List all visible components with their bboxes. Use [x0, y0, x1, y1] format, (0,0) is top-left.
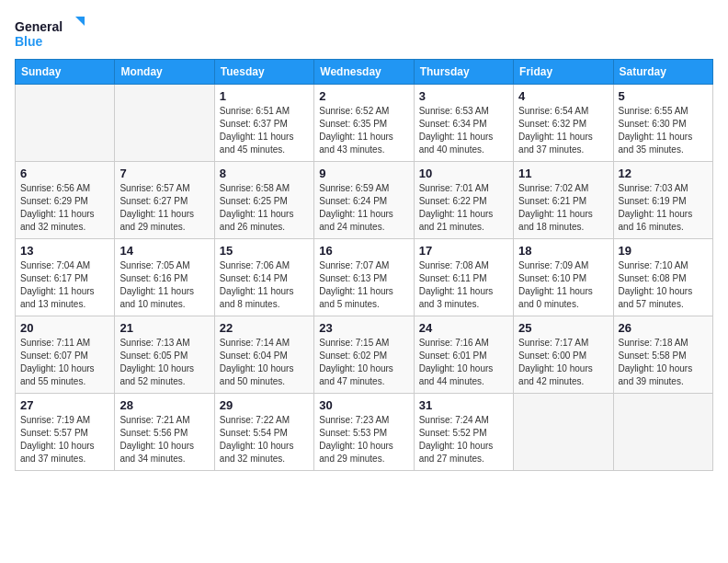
calendar-cell: 24Sunrise: 7:16 AMSunset: 6:01 PMDayligh… [414, 316, 513, 394]
day-number: 12 [619, 167, 708, 180]
calendar-cell: 6Sunrise: 6:56 AMSunset: 6:29 PMDaylight… [16, 162, 115, 239]
calendar-header: SundayMondayTuesdayWednesdayThursdayFrid… [16, 60, 713, 85]
day-info: Sunrise: 6:59 AMSunset: 6:24 PMDaylight:… [319, 182, 408, 234]
day-info: Sunrise: 7:08 AMSunset: 6:11 PMDaylight:… [419, 259, 508, 311]
svg-text:General: General [15, 19, 63, 34]
day-info: Sunrise: 7:14 AMSunset: 6:04 PMDaylight:… [220, 337, 309, 388]
day-info: Sunrise: 7:09 AMSunset: 6:10 PMDaylight:… [518, 259, 608, 311]
calendar-cell: 30Sunrise: 7:23 AMSunset: 5:53 PMDayligh… [314, 394, 414, 471]
day-info: Sunrise: 7:21 AMSunset: 5:56 PMDaylight:… [119, 414, 209, 465]
calendar-cell: 16Sunrise: 7:07 AMSunset: 6:13 PMDayligh… [314, 239, 414, 316]
day-number: 14 [119, 244, 209, 258]
calendar-cell: 28Sunrise: 7:21 AMSunset: 5:56 PMDayligh… [115, 394, 214, 471]
day-info: Sunrise: 6:53 AMSunset: 6:34 PMDaylight:… [419, 105, 508, 156]
day-number: 29 [220, 398, 309, 412]
calendar-cell: 22Sunrise: 7:14 AMSunset: 6:04 PMDayligh… [214, 316, 313, 394]
day-info: Sunrise: 7:24 AMSunset: 5:52 PMDaylight:… [419, 414, 508, 465]
day-number: 6 [20, 167, 109, 180]
day-info: Sunrise: 7:04 AMSunset: 6:17 PMDaylight:… [20, 259, 109, 311]
calendar-cell [16, 85, 115, 162]
day-info: Sunrise: 6:52 AMSunset: 6:35 PMDaylight:… [319, 105, 408, 156]
calendar-cell: 23Sunrise: 7:15 AMSunset: 6:02 PMDayligh… [314, 316, 414, 394]
calendar-cell: 5Sunrise: 6:55 AMSunset: 6:30 PMDaylight… [613, 85, 712, 162]
calendar-cell: 18Sunrise: 7:09 AMSunset: 6:10 PMDayligh… [514, 239, 613, 316]
day-number: 10 [419, 167, 508, 180]
day-info: Sunrise: 7:07 AMSunset: 6:13 PMDaylight:… [319, 259, 408, 311]
day-number: 30 [319, 398, 408, 412]
day-info: Sunrise: 7:11 AMSunset: 6:07 PMDaylight:… [20, 337, 109, 388]
day-info: Sunrise: 7:16 AMSunset: 6:01 PMDaylight:… [419, 337, 508, 388]
day-number: 2 [319, 89, 408, 103]
day-info: Sunrise: 6:51 AMSunset: 6:37 PMDaylight:… [220, 105, 309, 156]
day-number: 25 [518, 321, 608, 335]
calendar-cell: 8Sunrise: 6:58 AMSunset: 6:25 PMDaylight… [214, 162, 313, 239]
weekday-header: Monday [115, 60, 214, 85]
calendar-week: 27Sunrise: 7:19 AMSunset: 5:57 PMDayligh… [16, 394, 713, 471]
day-info: Sunrise: 6:56 AMSunset: 6:29 PMDaylight:… [20, 182, 109, 234]
calendar-cell: 29Sunrise: 7:22 AMSunset: 5:54 PMDayligh… [214, 394, 313, 471]
calendar-cell: 25Sunrise: 7:17 AMSunset: 6:00 PMDayligh… [514, 316, 613, 394]
day-number: 23 [319, 321, 408, 335]
day-number: 8 [220, 167, 309, 180]
day-info: Sunrise: 7:19 AMSunset: 5:57 PMDaylight:… [20, 414, 109, 465]
calendar-cell: 20Sunrise: 7:11 AMSunset: 6:07 PMDayligh… [16, 316, 115, 394]
calendar-cell [115, 85, 214, 162]
calendar-cell [613, 394, 712, 471]
day-number: 18 [518, 244, 608, 258]
day-number: 22 [220, 321, 309, 335]
calendar-cell: 17Sunrise: 7:08 AMSunset: 6:11 PMDayligh… [414, 239, 513, 316]
weekday-header: Tuesday [214, 60, 313, 85]
day-info: Sunrise: 7:18 AMSunset: 5:58 PMDaylight:… [619, 337, 708, 388]
calendar-cell: 26Sunrise: 7:18 AMSunset: 5:58 PMDayligh… [613, 316, 712, 394]
logo: General Blue [15, 15, 88, 52]
day-info: Sunrise: 6:58 AMSunset: 6:25 PMDaylight:… [220, 182, 309, 234]
calendar-body: 1Sunrise: 6:51 AMSunset: 6:37 PMDaylight… [16, 85, 713, 471]
calendar-week: 13Sunrise: 7:04 AMSunset: 6:17 PMDayligh… [16, 239, 713, 316]
calendar-cell [514, 394, 613, 471]
day-number: 13 [20, 244, 109, 258]
calendar-cell: 7Sunrise: 6:57 AMSunset: 6:27 PMDaylight… [115, 162, 214, 239]
day-number: 21 [119, 321, 209, 335]
calendar-cell: 11Sunrise: 7:02 AMSunset: 6:21 PMDayligh… [514, 162, 613, 239]
day-info: Sunrise: 7:22 AMSunset: 5:54 PMDaylight:… [220, 414, 309, 465]
day-info: Sunrise: 7:06 AMSunset: 6:14 PMDaylight:… [220, 259, 309, 311]
day-number: 19 [619, 244, 708, 258]
calendar-cell: 9Sunrise: 6:59 AMSunset: 6:24 PMDaylight… [314, 162, 414, 239]
day-number: 28 [119, 398, 209, 412]
calendar-cell: 27Sunrise: 7:19 AMSunset: 5:57 PMDayligh… [16, 394, 115, 471]
day-number: 4 [518, 89, 608, 103]
weekday-header: Saturday [613, 60, 712, 85]
day-number: 20 [20, 321, 109, 335]
day-info: Sunrise: 6:54 AMSunset: 6:32 PMDaylight:… [518, 105, 608, 156]
page-header: General Blue [15, 15, 713, 52]
day-number: 9 [319, 167, 408, 180]
day-number: 15 [220, 244, 309, 258]
day-number: 26 [619, 321, 708, 335]
day-info: Sunrise: 7:23 AMSunset: 5:53 PMDaylight:… [319, 414, 408, 465]
day-number: 24 [419, 321, 508, 335]
day-info: Sunrise: 7:13 AMSunset: 6:05 PMDaylight:… [119, 337, 209, 388]
day-number: 1 [220, 89, 309, 103]
svg-marker-2 [75, 17, 85, 26]
calendar-week: 1Sunrise: 6:51 AMSunset: 6:37 PMDaylight… [16, 85, 713, 162]
day-info: Sunrise: 6:55 AMSunset: 6:30 PMDaylight:… [619, 105, 708, 156]
calendar-table: SundayMondayTuesdayWednesdayThursdayFrid… [15, 59, 713, 471]
calendar-cell: 4Sunrise: 6:54 AMSunset: 6:32 PMDaylight… [514, 85, 613, 162]
day-info: Sunrise: 7:10 AMSunset: 6:08 PMDaylight:… [619, 259, 708, 311]
weekday-header: Friday [514, 60, 613, 85]
day-number: 5 [619, 89, 708, 103]
day-number: 31 [419, 398, 508, 412]
weekday-header: Sunday [16, 60, 115, 85]
calendar-cell: 2Sunrise: 6:52 AMSunset: 6:35 PMDaylight… [314, 85, 414, 162]
calendar-cell: 31Sunrise: 7:24 AMSunset: 5:52 PMDayligh… [414, 394, 513, 471]
day-info: Sunrise: 7:15 AMSunset: 6:02 PMDaylight:… [319, 337, 408, 388]
day-info: Sunrise: 7:17 AMSunset: 6:00 PMDaylight:… [518, 337, 608, 388]
day-info: Sunrise: 7:05 AMSunset: 6:16 PMDaylight:… [119, 259, 209, 311]
logo-svg: General Blue [15, 15, 88, 52]
day-info: Sunrise: 7:02 AMSunset: 6:21 PMDaylight:… [518, 182, 608, 234]
calendar-cell: 1Sunrise: 6:51 AMSunset: 6:37 PMDaylight… [214, 85, 313, 162]
day-info: Sunrise: 7:01 AMSunset: 6:22 PMDaylight:… [419, 182, 508, 234]
calendar-cell: 14Sunrise: 7:05 AMSunset: 6:16 PMDayligh… [115, 239, 214, 316]
day-number: 3 [419, 89, 508, 103]
day-info: Sunrise: 7:03 AMSunset: 6:19 PMDaylight:… [619, 182, 708, 234]
